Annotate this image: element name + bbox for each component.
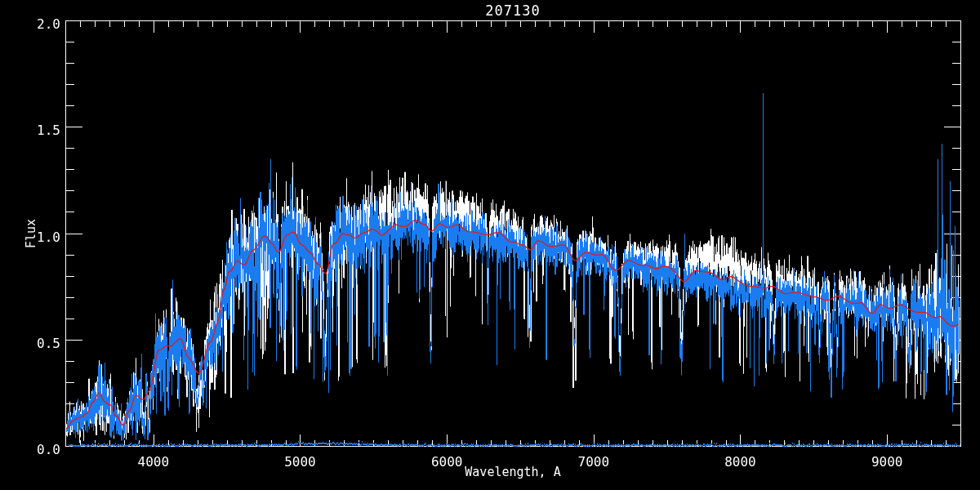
x-tick-label: 7000 [578, 454, 610, 470]
y-tick-label: 2.0 [23, 16, 60, 32]
y-tick-label: 1.5 [23, 122, 60, 138]
x-tick-label: 9000 [871, 454, 903, 470]
x-axis-title: Wavelength, A [465, 465, 560, 479]
plot-title: 207130 [485, 2, 540, 19]
spectrum-plot-window: 207130 Wavelength, A Flux 40005000600070… [0, 0, 980, 490]
x-tick-label: 6000 [431, 454, 463, 470]
spectrum-plot-canvas [0, 0, 980, 490]
x-tick-label: 8000 [724, 454, 756, 470]
x-tick-label: 4000 [138, 454, 170, 470]
y-tick-label: 1.0 [23, 229, 60, 244]
y-tick-label: 0.5 [23, 335, 60, 350]
x-tick-label: 5000 [284, 454, 316, 470]
y-tick-label: 0.0 [23, 442, 60, 457]
